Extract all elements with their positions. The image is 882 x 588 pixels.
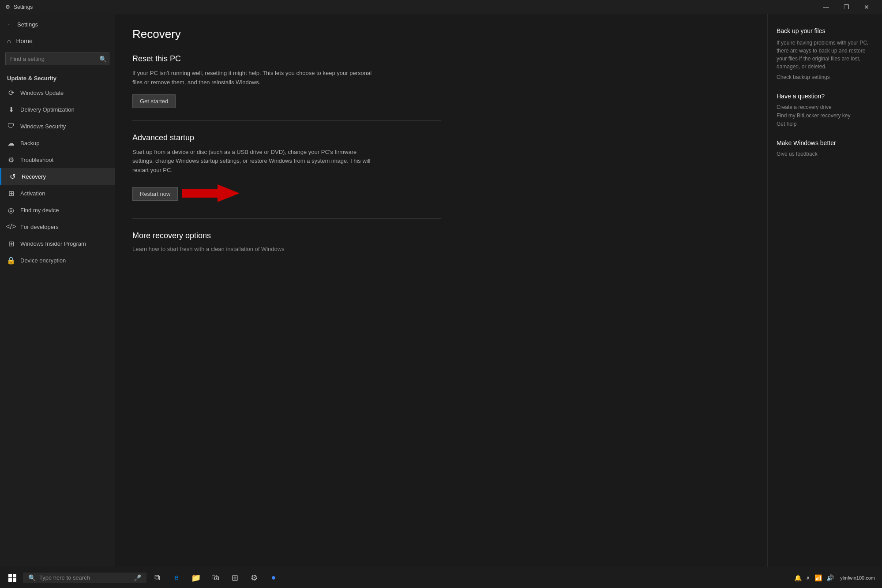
sidebar-item-label: Windows Insider Program (20, 240, 86, 247)
restart-now-button[interactable]: Restart now (132, 187, 178, 201)
sidebar-item-activation[interactable]: ⊞ Activation (0, 185, 115, 202)
svg-rect-4 (13, 578, 16, 582)
backup-panel-desc: If you're having problems with your PC, … (777, 39, 873, 71)
search-input[interactable] (5, 52, 109, 65)
back-button[interactable]: ← Settings (0, 18, 115, 31)
get-help-link[interactable]: Get help (777, 121, 873, 127)
activation-icon: ⊞ (7, 189, 15, 197)
feedback-panel-section: Make Windows better Give us feedback (777, 139, 873, 157)
advanced-section-desc: Start up from a device or disc (such as … (132, 148, 379, 175)
sidebar: ← Settings ⌂ Home 🔍 Update & Security ⟳ … (0, 14, 115, 567)
close-button[interactable]: ✕ (856, 0, 877, 14)
question-panel-heading: Have a question? (777, 93, 873, 100)
home-label: Home (16, 37, 32, 45)
taskbar-left: 🔍 🎤 ⧉ e 📁 🛍 ⊞ ⚙ ● (4, 569, 282, 587)
taskbar-search-box[interactable]: 🔍 🎤 (23, 573, 146, 583)
sidebar-item-label: Backup (20, 140, 39, 146)
window-title: Settings (14, 4, 33, 10)
sidebar-item-windows-security[interactable]: 🛡 Windows Security (0, 118, 115, 135)
sidebar-item-device-encryption[interactable]: 🔒 Device encryption (0, 252, 115, 269)
home-icon: ⌂ (7, 37, 11, 45)
advanced-section-title: Advanced startup (132, 133, 750, 142)
more-options-link[interactable]: Learn how to start fresh with a clean in… (132, 246, 285, 252)
sidebar-item-windows-insider[interactable]: ⊞ Windows Insider Program (0, 235, 115, 252)
sidebar-item-label: Windows Security (20, 123, 66, 130)
sidebar-item-label: Delivery Optimization (20, 106, 75, 113)
sidebar-item-label: Windows Update (20, 90, 64, 96)
sidebar-item-label: For developers (20, 224, 59, 230)
sidebar-item-label: Troubleshoot (20, 157, 53, 163)
app-body: ← Settings ⌂ Home 🔍 Update & Security ⟳ … (0, 14, 882, 567)
taskbar-search-icon: 🔍 (28, 574, 36, 581)
taskbar-search-input[interactable] (39, 574, 130, 581)
get-started-button[interactable]: Get started (132, 94, 176, 108)
sidebar-item-label: Recovery (22, 173, 46, 180)
sidebar-item-find-my-device[interactable]: ◎ Find my device (0, 202, 115, 218)
divider-1 (132, 120, 441, 121)
maximize-button[interactable]: ❐ (836, 0, 856, 14)
sidebar-item-troubleshoot[interactable]: ⚙ Troubleshoot (0, 151, 115, 168)
more-options-title: More recovery options (132, 231, 750, 240)
sidebar-item-home[interactable]: ⌂ Home (0, 33, 115, 49)
delivery-optimization-icon: ⬇ (7, 105, 15, 113)
page-title: Recovery (132, 27, 750, 41)
svg-marker-0 (182, 184, 240, 202)
sidebar-item-backup[interactable]: ☁ Backup (0, 135, 115, 151)
taskbar-apps[interactable]: ⊞ (226, 569, 244, 587)
for-developers-icon: </> (7, 223, 15, 231)
reset-section-title: Reset this PC (132, 54, 750, 64)
taskbar: 🔍 🎤 ⧉ e 📁 🛍 ⊞ ⚙ ● 🔔 ∧ 📶 🔊 ylmfwin100.com (0, 567, 882, 588)
microphone-icon: 🎤 (134, 574, 141, 581)
title-bar-controls: — ❐ ✕ (816, 0, 877, 14)
taskbar-network-icon: 📶 (813, 573, 824, 583)
recovery-icon: ↺ (8, 172, 16, 180)
give-feedback-link[interactable]: Give us feedback (777, 151, 873, 157)
sidebar-item-recovery[interactable]: ↺ Recovery (0, 168, 115, 185)
check-backup-link[interactable]: Check backup settings (777, 74, 873, 80)
find-my-device-icon: ◎ (7, 206, 15, 214)
red-arrow-annotation (182, 182, 240, 206)
backup-panel-heading: Back up your files (777, 27, 873, 34)
backup-panel-section: Back up your files If you're having prob… (777, 27, 873, 80)
taskbar-time: ylmfwin100.com (837, 573, 878, 582)
sidebar-item-for-developers[interactable]: </> For developers (0, 218, 115, 235)
taskbar-settings[interactable]: ⚙ (245, 569, 263, 587)
taskbar-store[interactable]: 🛍 (206, 569, 224, 587)
svg-rect-1 (8, 574, 12, 577)
windows-update-icon: ⟳ (7, 89, 15, 97)
settings-icon: ⚙ (5, 4, 10, 10)
backup-icon: ☁ (7, 139, 15, 147)
minimize-button[interactable]: — (816, 0, 836, 14)
device-encryption-icon: 🔒 (7, 256, 15, 264)
sidebar-item-label: Device encryption (20, 257, 66, 264)
taskbar-edge[interactable]: e (168, 569, 185, 587)
windows-insider-icon: ⊞ (7, 240, 15, 247)
sidebar-section-label: Update & Security (0, 69, 115, 84)
start-button[interactable] (4, 569, 21, 587)
taskbar-chrome[interactable]: ● (265, 569, 282, 587)
question-panel-section: Have a question? Create a recovery drive… (777, 93, 873, 127)
troubleshoot-icon: ⚙ (7, 156, 15, 164)
title-bar: ⚙ Settings — ❐ ✕ (0, 0, 882, 14)
svg-rect-2 (13, 574, 16, 577)
divider-2 (132, 218, 441, 219)
bitlocker-recovery-link[interactable]: Find my BitLocker recovery key (777, 112, 873, 119)
sidebar-item-windows-update[interactable]: ⟳ Windows Update (0, 84, 115, 101)
title-bar-left: ⚙ Settings (5, 4, 33, 10)
svg-rect-3 (8, 578, 12, 582)
right-panel: Back up your files If you're having prob… (767, 14, 882, 567)
reset-section-desc: If your PC isn't running well, resetting… (132, 69, 379, 87)
main-content: Recovery Reset this PC If your PC isn't … (115, 14, 767, 567)
search-icon-button[interactable]: 🔍 (99, 56, 107, 63)
search-box: 🔍 (5, 52, 109, 65)
windows-security-icon: 🛡 (7, 122, 15, 130)
sidebar-item-delivery-optimization[interactable]: ⬇ Delivery Optimization (0, 101, 115, 118)
taskbar-task-view[interactable]: ⧉ (148, 569, 166, 587)
taskbar-explorer[interactable]: 📁 (187, 569, 205, 587)
sidebar-item-label: Find my device (20, 207, 59, 213)
taskbar-notification-icon[interactable]: 🔔 (792, 573, 803, 583)
restart-row: Restart now (132, 182, 750, 206)
taskbar-chevron-icon[interactable]: ∧ (804, 573, 812, 583)
back-label: Settings (17, 21, 38, 28)
create-recovery-drive-link[interactable]: Create a recovery drive (777, 104, 873, 110)
